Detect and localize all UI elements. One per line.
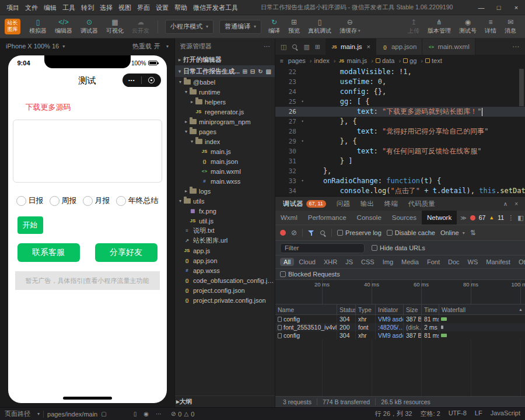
tree-file-item[interactable]: {}project.private.config.json xyxy=(175,295,275,305)
new-tab-icon[interactable]: ⊞ xyxy=(315,43,320,51)
column-header[interactable]: Name xyxy=(275,304,337,314)
code-line[interactable]: 32 }, xyxy=(275,166,525,176)
remote-debug-button[interactable]: ▯真机调试 xyxy=(304,15,335,38)
network-filter-input[interactable] xyxy=(280,243,365,253)
tree-folder-item[interactable]: ▸helpers xyxy=(175,97,275,107)
fold-icon[interactable]: ▾ xyxy=(299,176,306,186)
column-header[interactable]: Size xyxy=(404,304,422,314)
code-line[interactable]: 23 useTime: 0, xyxy=(275,77,525,87)
report-textarea[interactable] xyxy=(13,120,162,183)
compile-button[interactable]: ↻编译 xyxy=(264,15,284,38)
cloud-dev-button[interactable]: ☁云开发 xyxy=(128,15,153,38)
radio-option[interactable]: 周报 xyxy=(50,195,77,206)
page-path-value[interactable]: pages/index/main xyxy=(47,411,97,418)
radio-option[interactable]: 年终总结 xyxy=(116,195,159,206)
request-initiator[interactable]: :48205/… xyxy=(376,323,404,331)
share-friend-button[interactable]: 分享好友 xyxy=(95,243,158,262)
tree-file-item[interactable]: #main.wxss xyxy=(175,176,275,186)
test-account-button[interactable]: ◉测试号 xyxy=(455,15,481,38)
copy-icon[interactable]: ▢ xyxy=(101,411,106,417)
tree-file-item[interactable]: {}app.json xyxy=(175,256,275,265)
devtools-tab[interactable]: Sources xyxy=(387,211,422,225)
maximize-button[interactable]: □ xyxy=(490,0,508,15)
project-root-section[interactable]: ▾ 日常工作报告生成... ⊞⊟↻▤ xyxy=(175,65,275,77)
messages-button[interactable]: ✉消息 xyxy=(501,15,520,38)
filter-icon[interactable] xyxy=(308,230,314,236)
devtools-tab[interactable]: Wxml xyxy=(275,211,303,225)
filter-pill[interactable]: Media xyxy=(398,258,422,266)
exit-minip-icon[interactable] xyxy=(142,77,161,83)
tree-file-item[interactable]: {}code_obfuscation_config.json xyxy=(175,275,275,285)
request-initiator[interactable]: VM9 asde… xyxy=(376,315,404,323)
upload-button[interactable]: ↥上传 xyxy=(404,15,424,38)
tree-folder-item[interactable]: ▸miniprogram_npm xyxy=(175,117,275,127)
fold-icon[interactable]: ▾ xyxy=(299,97,306,107)
code-line[interactable]: 33▾ onRadioChange: function(t) { xyxy=(275,176,525,186)
compile-mode-dropdown[interactable]: 普通编译 ▾ xyxy=(219,20,261,34)
contact-service-button[interactable]: 联系客服 xyxy=(18,243,80,262)
request-initiator[interactable]: VM9 asde… xyxy=(376,331,404,340)
menubar-item[interactable]: 项目 xyxy=(4,0,22,15)
tree-file-item[interactable]: #app.wxss xyxy=(175,265,275,275)
menubar-item[interactable]: 设置 xyxy=(153,0,172,15)
column-header[interactable]: Status xyxy=(337,304,356,314)
tree-folder-item[interactable]: ▾index xyxy=(175,136,275,146)
filter-pill[interactable]: All xyxy=(280,258,294,266)
statusbar-item[interactable]: JavaScript xyxy=(491,410,520,418)
tree-file-item[interactable]: ▨fx.png xyxy=(175,206,275,216)
tree-folder-item[interactable]: ▾utils xyxy=(175,196,275,206)
layout-icon[interactable]: ▥ xyxy=(303,43,309,51)
code-line[interactable]: 30 text: "有任何问题可反馈给在线客服" xyxy=(275,146,525,156)
new-file-icon[interactable]: ⊞ xyxy=(242,68,247,75)
scrollbar[interactable] xyxy=(519,69,524,106)
devtools-tab[interactable]: Performance xyxy=(303,211,352,225)
panel-tab[interactable]: 终端 xyxy=(379,197,403,211)
breadcrumb-item[interactable]: data xyxy=(376,57,403,64)
menubar-item[interactable]: 选择 xyxy=(97,0,116,15)
collapse-panel-icon[interactable]: ∧ xyxy=(503,201,508,207)
hide-data-urls-checkbox[interactable]: Hide data URLs xyxy=(372,244,425,251)
network-request-row[interactable]: config304xhrVM9 asde…387 B81 ms xyxy=(275,331,525,340)
code-line[interactable]: 24 config: {}, xyxy=(275,87,525,97)
minimize-button[interactable]: — xyxy=(473,0,490,15)
breadcrumb-item[interactable]: index xyxy=(314,57,338,64)
panel-tab[interactable]: 代码质量 xyxy=(403,197,440,211)
version-control-button[interactable]: ⋔版本管理 xyxy=(424,15,455,38)
tree-folder-item[interactable]: ▾pages xyxy=(175,127,275,136)
fold-icon[interactable]: ▾ xyxy=(299,117,306,127)
devtools-tab[interactable]: Console xyxy=(352,211,387,225)
column-header[interactable]: Time xyxy=(422,304,439,314)
record-icon[interactable] xyxy=(280,230,286,236)
menubar-item[interactable]: 工具 xyxy=(60,0,78,15)
menubar-item[interactable]: 文件 xyxy=(22,0,41,15)
filter-pill[interactable]: Img xyxy=(379,258,397,266)
tree-file-item[interactable]: JSregenerator.js xyxy=(175,107,275,117)
menubar-item[interactable]: 转到 xyxy=(78,0,97,15)
menubar-item[interactable]: 视图 xyxy=(116,0,134,15)
menubar-item[interactable]: 界面 xyxy=(134,0,153,15)
mode-dropdown[interactable]: 小程序模式 ▾ xyxy=(165,20,214,34)
code-line[interactable]: 25▾ gg: [ { xyxy=(275,97,525,107)
more-panels-icon[interactable]: ≫ xyxy=(457,215,470,221)
statusbar-item[interactable]: 行 26，列 32 xyxy=(375,410,412,418)
download-more-link[interactable]: 下载更多源码 xyxy=(26,102,167,113)
tree-folder-item[interactable]: ▾@babel xyxy=(175,77,275,87)
statusbar-item[interactable]: UTF-8 xyxy=(449,410,467,418)
account-avatar[interactable]: 站长图库 xyxy=(5,19,20,34)
tree-file-item[interactable]: ≡说明.txt xyxy=(175,226,275,236)
editor-button[interactable]: </>编辑器 xyxy=(51,15,76,38)
disable-cache-checkbox[interactable]: Disable cache xyxy=(387,229,435,236)
filter-pill[interactable]: Doc xyxy=(444,258,463,266)
tree-file-item[interactable]: {}project.config.json xyxy=(175,285,275,295)
split-editor-icon[interactable]: ◫ xyxy=(281,43,286,51)
clear-icon[interactable]: ⊘ xyxy=(291,229,297,237)
clear-cache-button[interactable]: ⊖清缓存▾ xyxy=(335,15,365,38)
throttle-dropdown[interactable]: Online ▾ xyxy=(440,229,465,236)
close-tab-icon[interactable]: × xyxy=(366,43,370,50)
tree-file-item[interactable]: JSapp.js xyxy=(175,246,275,256)
tree-file-item[interactable]: {}main.json xyxy=(175,156,275,166)
filter-pill[interactable]: XHR xyxy=(320,258,341,266)
breadcrumb-item[interactable]: text xyxy=(425,57,442,64)
column-header[interactable]: Type xyxy=(356,304,376,314)
column-header[interactable]: Initiator xyxy=(376,304,404,314)
